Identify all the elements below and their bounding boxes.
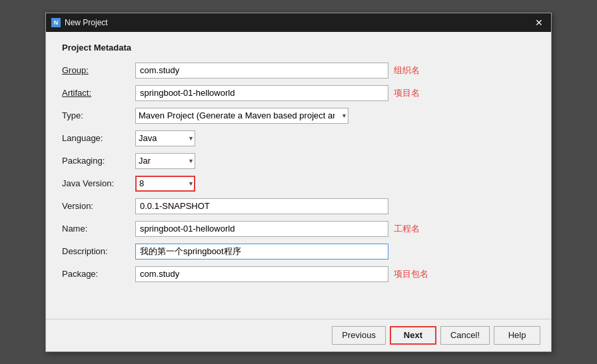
description-control bbox=[135, 244, 535, 260]
group-input[interactable] bbox=[135, 63, 388, 79]
package-annotation: 项目包名 bbox=[394, 268, 428, 280]
java-version-label: Java Version: bbox=[62, 178, 135, 188]
artifact-annotation: 项目名 bbox=[394, 87, 420, 99]
packaging-select-wrapper: Jar War ▾ bbox=[135, 153, 195, 169]
dialog-footer: Previous Next Cancel! Help bbox=[46, 319, 551, 351]
group-annotation: 组织名 bbox=[394, 65, 420, 77]
name-control: 工程名 bbox=[135, 221, 535, 237]
java-version-control: 8 11 17 21 ▾ bbox=[135, 176, 535, 192]
name-input[interactable] bbox=[135, 221, 388, 237]
version-row: Version: bbox=[62, 198, 535, 215]
next-button[interactable]: Next bbox=[390, 326, 436, 345]
language-label: Language: bbox=[62, 133, 135, 143]
type-label: Type: bbox=[62, 110, 135, 120]
group-label: Group: bbox=[62, 65, 135, 75]
java-version-select-wrapper: 8 11 17 21 ▾ bbox=[135, 176, 195, 192]
version-label: Version: bbox=[62, 201, 135, 211]
title-bar-left: N New Project bbox=[51, 18, 108, 27]
java-version-select[interactable]: 8 11 17 21 bbox=[135, 176, 195, 192]
artifact-control: 项目名 bbox=[135, 85, 535, 101]
close-button[interactable]: ✕ bbox=[532, 17, 546, 28]
dialog-title: New Project bbox=[65, 18, 108, 27]
artifact-row: Artifact: 项目名 bbox=[62, 85, 535, 102]
type-select[interactable]: Maven Project (Generate a Maven based pr… bbox=[135, 108, 348, 124]
language-row: Language: Java Kotlin Groovy ▾ bbox=[62, 130, 535, 147]
description-row: Description: bbox=[62, 243, 535, 260]
package-control: 项目包名 bbox=[135, 266, 535, 282]
type-row: Type: Maven Project (Generate a Maven ba… bbox=[62, 107, 535, 124]
language-select[interactable]: Java Kotlin Groovy bbox=[135, 130, 195, 146]
name-label: Name: bbox=[62, 224, 135, 234]
artifact-label: Artifact: bbox=[62, 88, 135, 98]
group-control: 组织名 bbox=[135, 63, 535, 79]
title-bar: N New Project ✕ bbox=[46, 13, 551, 32]
dialog-body: Project Metadata Group: 组织名 Artifact: 项目… bbox=[46, 32, 551, 319]
packaging-row: Packaging: Jar War ▾ bbox=[62, 152, 535, 170]
language-select-wrapper: Java Kotlin Groovy ▾ bbox=[135, 130, 195, 146]
type-select-wrapper: Maven Project (Generate a Maven based pr… bbox=[135, 108, 348, 124]
dialog-icon: N bbox=[51, 18, 61, 27]
artifact-input[interactable] bbox=[135, 85, 388, 101]
group-row: Group: 组织名 bbox=[62, 62, 535, 79]
language-control: Java Kotlin Groovy ▾ bbox=[135, 130, 535, 146]
type-control: Maven Project (Generate a Maven based pr… bbox=[135, 108, 535, 124]
packaging-control: Jar War ▾ bbox=[135, 153, 535, 169]
cancel-button[interactable]: Cancel! bbox=[440, 326, 490, 345]
version-control bbox=[135, 198, 535, 214]
new-project-dialog: N New Project ✕ Project Metadata Group: … bbox=[45, 13, 552, 352]
version-input[interactable] bbox=[135, 198, 388, 214]
description-input[interactable] bbox=[135, 244, 388, 260]
previous-button[interactable]: Previous bbox=[332, 326, 386, 345]
package-label: Package: bbox=[62, 269, 135, 279]
package-row: Package: 项目包名 bbox=[62, 266, 535, 283]
package-input[interactable] bbox=[135, 266, 388, 282]
packaging-select[interactable]: Jar War bbox=[135, 153, 195, 169]
packaging-label: Packaging: bbox=[62, 156, 135, 166]
name-row: Name: 工程名 bbox=[62, 220, 535, 238]
description-label: Description: bbox=[62, 246, 135, 256]
section-title: Project Metadata bbox=[62, 43, 535, 53]
java-version-row: Java Version: 8 11 17 21 ▾ bbox=[62, 175, 535, 192]
help-button[interactable]: Help bbox=[494, 326, 540, 345]
name-annotation: 工程名 bbox=[394, 223, 420, 235]
